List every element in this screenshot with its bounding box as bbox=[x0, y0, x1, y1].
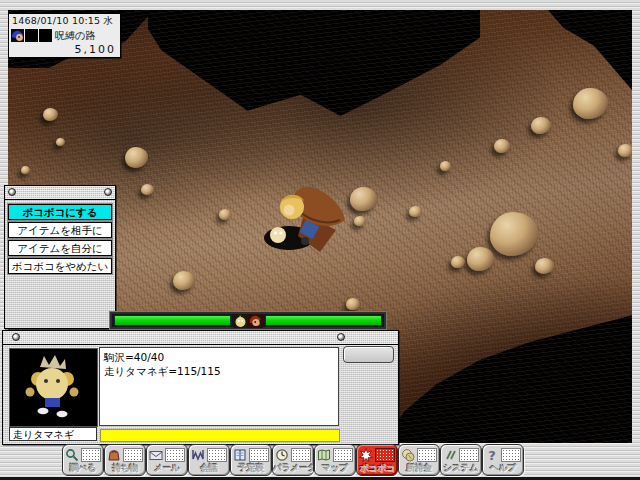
ally-hp-bar bbox=[114, 315, 231, 326]
bag-icon bbox=[107, 448, 121, 462]
toolbar-button-parameters[interactable]: パラメータ bbox=[272, 444, 314, 476]
running-onion-portrait bbox=[10, 349, 95, 424]
toolbar-button-money[interactable]: 所持金 bbox=[398, 444, 440, 476]
party-status-window: 駒沢=40/40 走りタマネギ=115/115 走りタマネギ bbox=[2, 330, 399, 445]
drag-dots bbox=[417, 448, 437, 462]
toolbar-button-schedule[interactable]: 予定表 bbox=[230, 444, 272, 476]
toolbar-button-map[interactable]: マップ bbox=[314, 444, 356, 476]
game-datetime: 1468/01/10 10:15 水 bbox=[9, 14, 120, 28]
party-slot-empty bbox=[25, 29, 38, 42]
menu-item-stop-bokoboko[interactable]: ボコボコをやめたい bbox=[8, 258, 112, 274]
pet-portrait bbox=[9, 348, 98, 427]
onion-pet-icon bbox=[233, 314, 248, 328]
battle-menu-window: ボコボコにする アイテムを相手に アイテムを自分に ボコボコをやめたい bbox=[4, 185, 116, 329]
drag-dots bbox=[207, 448, 227, 462]
menu-item-item-to-opponent[interactable]: アイテムを相手に bbox=[8, 222, 112, 238]
mail-icon bbox=[149, 448, 163, 462]
main-toolbar: 調べる 持ち物 メール 会話 予定表 パラメータ マップ ボコボコ bbox=[0, 443, 640, 477]
toolbar-button-investigate[interactable]: 調べる bbox=[62, 444, 104, 476]
player-character bbox=[260, 180, 356, 258]
help-icon: ? bbox=[485, 448, 499, 462]
status-hud: 1468/01/10 10:15 水 呪縛の路 5,100 bbox=[8, 13, 121, 58]
burst-icon bbox=[359, 448, 373, 462]
toolbar-button-system[interactable]: システム bbox=[440, 444, 482, 476]
enemy-hp-bar bbox=[265, 315, 382, 326]
drag-dots bbox=[249, 448, 269, 462]
chat-icon bbox=[191, 448, 205, 462]
svg-text:?: ? bbox=[488, 448, 496, 462]
menu-item-bokoboko-attack[interactable]: ボコボコにする bbox=[8, 204, 112, 220]
battle-message-line: 駒沢=40/40 bbox=[104, 350, 334, 364]
battle-message-line: 走りタマネギ=115/115 bbox=[104, 364, 334, 378]
toolbar-button-mail[interactable]: メール bbox=[146, 444, 188, 476]
location-name: 呪縛の路 bbox=[55, 29, 95, 43]
battle-hp-panel bbox=[110, 312, 386, 329]
money-amount: 5,100 bbox=[9, 43, 120, 56]
drag-dots bbox=[375, 448, 395, 462]
drag-dots bbox=[291, 448, 311, 462]
drag-dots bbox=[123, 448, 143, 462]
drag-dots bbox=[501, 448, 521, 462]
toolbar-button-help[interactable]: ? ヘルプ bbox=[482, 444, 524, 476]
drag-dots bbox=[333, 448, 353, 462]
party-window-titlebar[interactable] bbox=[3, 331, 398, 345]
party-window-button[interactable] bbox=[343, 346, 394, 363]
screw-icon bbox=[8, 188, 16, 196]
screw-icon bbox=[337, 333, 345, 341]
map-icon bbox=[317, 448, 331, 462]
pet-gauge-bar bbox=[100, 429, 340, 442]
toolbar-button-inventory[interactable]: 持ち物 bbox=[104, 444, 146, 476]
screw-icon bbox=[12, 333, 20, 341]
battle-menu-titlebar[interactable] bbox=[5, 186, 115, 200]
party-slot-empty bbox=[39, 29, 52, 42]
clock-icon bbox=[275, 448, 289, 462]
toolbar-button-bokoboko[interactable]: ボコボコ bbox=[356, 444, 398, 476]
game-screen: 1468/01/10 10:15 水 呪縛の路 5,100 ボコボコにする アイ… bbox=[0, 0, 640, 480]
system-icon bbox=[443, 448, 457, 462]
toolbar-button-chat[interactable]: 会話 bbox=[188, 444, 230, 476]
schedule-icon bbox=[233, 448, 247, 462]
enemy-face-icon bbox=[248, 314, 263, 328]
menu-item-item-to-self[interactable]: アイテムを自分に bbox=[8, 240, 112, 256]
drag-dots bbox=[459, 448, 479, 462]
rock bbox=[618, 144, 632, 157]
magnifier-icon bbox=[65, 448, 79, 462]
pet-name-label: 走りタマネギ bbox=[9, 427, 97, 441]
player-face-icon bbox=[11, 29, 24, 42]
money-icon bbox=[401, 448, 415, 462]
drag-dots bbox=[81, 448, 101, 462]
drag-dots bbox=[165, 448, 185, 462]
screw-icon bbox=[104, 188, 112, 196]
battle-message-box: 駒沢=40/40 走りタマネギ=115/115 bbox=[99, 347, 339, 426]
